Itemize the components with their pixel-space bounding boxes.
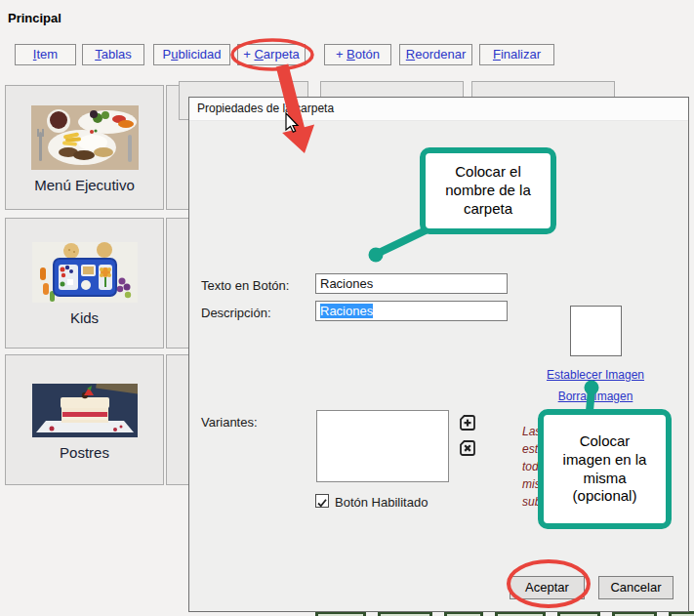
texto-en-boton-input[interactable]: Raciones — [315, 273, 508, 294]
label-part: B — [347, 47, 355, 62]
label-part: eordenar — [415, 47, 466, 62]
hidden-tile-column — [166, 354, 189, 485]
menu-tile-kids[interactable]: Kids — [5, 218, 164, 349]
remove-variant-icon[interactable] — [459, 439, 476, 457]
descripcion-input[interactable]: Raciones — [315, 301, 508, 321]
input-value: Raciones — [320, 276, 373, 291]
borrar-imagen-link[interactable]: Borrar Imagen — [533, 390, 658, 403]
hidden-tile-column — [166, 218, 189, 349]
toolbar-button-finalizar[interactable]: Finalizar — [479, 44, 554, 65]
toolbar-button-item[interactable]: Item — [15, 44, 76, 65]
dialog-title: Propiedades de la carpeta — [189, 98, 688, 121]
app-window: Principal Item Tablas Publicidad + Carpe… — [0, 0, 694, 616]
texto-en-boton-label: Texto en Botón: — [201, 278, 289, 293]
tile-label: Postres — [60, 444, 109, 461]
postres-cake-photo — [32, 384, 138, 437]
kids-lunchbox-photo — [32, 242, 138, 303]
toolbar-button-add-boton[interactable]: + Botón — [324, 44, 391, 65]
label-part: R — [406, 47, 415, 62]
label-part: + — [336, 47, 347, 62]
variantes-listbox[interactable] — [316, 410, 449, 482]
aceptar-button[interactable]: Aceptar — [510, 576, 585, 599]
label-part: otón — [355, 47, 380, 62]
label-part: arpeta — [264, 47, 300, 62]
label-part: inalizar — [501, 47, 541, 62]
add-variant-icon[interactable] — [459, 414, 476, 431]
callout-folder-name: Colocar el nombre de la carpeta — [420, 147, 556, 234]
toolbar-button-publicidad[interactable]: Publicidad — [153, 44, 230, 65]
menu-ejecutivo-photo — [31, 105, 139, 170]
boton-habilitado-checkbox[interactable] — [315, 494, 329, 508]
label-part: F — [493, 47, 501, 62]
folder-image-preview — [570, 306, 622, 356]
toolbar-button-tablas[interactable]: Tablas — [82, 44, 144, 65]
page-title: Principal — [8, 11, 61, 25]
label-part: tem — [36, 47, 58, 62]
descripcion-label: Descripción: — [201, 306, 271, 320]
variantes-label: Variantes: — [201, 415, 258, 430]
label-part: + — [243, 47, 254, 62]
cancelar-button[interactable]: Cancelar — [598, 576, 674, 599]
checkmark-icon — [316, 497, 328, 509]
establecer-imagen-link[interactable]: Establecer Imagen — [533, 368, 658, 382]
boton-habilitado-label: Botón Habilitado — [335, 495, 428, 510]
selected-text: Raciones — [320, 304, 373, 318]
toolbar-button-add-carpeta[interactable]: + Carpeta — [237, 44, 306, 65]
callout-folder-image: Colocar imagen en la misma (opcional) — [538, 409, 672, 529]
tile-label: Kids — [70, 309, 99, 326]
label-part: blicidad — [178, 47, 221, 62]
label-part: P — [163, 47, 172, 62]
toolbar-button-reordenar[interactable]: Reordenar — [399, 44, 472, 65]
label-part: C — [254, 47, 263, 62]
label-part: ablas — [102, 47, 132, 62]
tile-label: Menú Ejecutivo — [34, 177, 135, 193]
menu-tile-postres[interactable]: Postres — [5, 354, 164, 485]
menu-tile-menu-ejecutivo[interactable]: Menú Ejecutivo — [5, 85, 164, 210]
